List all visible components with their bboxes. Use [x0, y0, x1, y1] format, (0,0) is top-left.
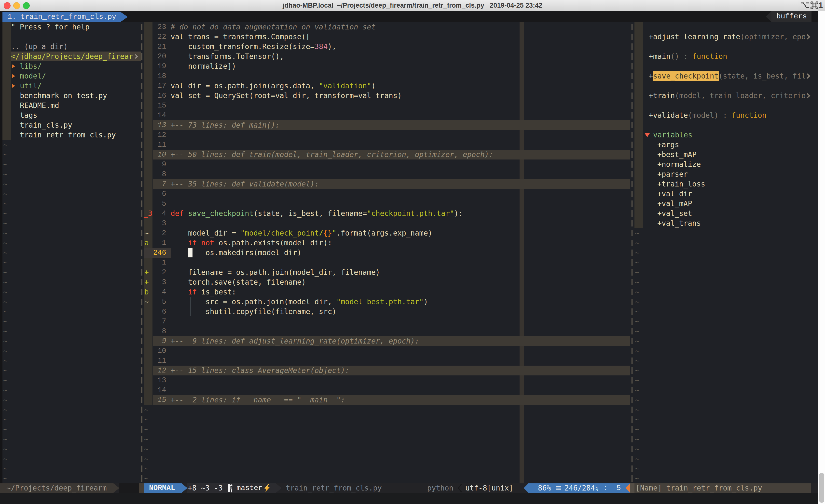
svg-text:1: 1	[819, 1, 823, 10]
